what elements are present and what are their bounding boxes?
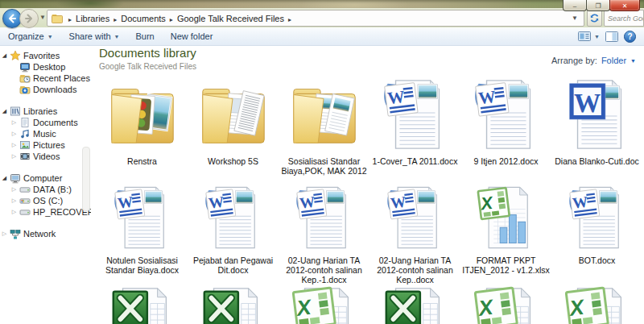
xls-classic-icon [378, 285, 453, 324]
preview-pane-button[interactable] [605, 31, 618, 42]
file-item[interactable]: X [551, 285, 642, 324]
file-item[interactable] [188, 285, 279, 324]
svg-text:W: W [571, 193, 588, 211]
burn-button[interactable]: Burn [128, 31, 163, 41]
sidebar-item-pictures[interactable]: ▷Pictures [0, 139, 91, 151]
sidebar-item-os-c[interactable]: ▷OS (C:) [0, 195, 91, 206]
file-item[interactable]: W02-Uang Harian TA 2012-contoh salinan K… [279, 184, 369, 285]
forward-button[interactable] [19, 9, 39, 28]
file-label: Sosialisasi Standar Biaya,POK, MAK 2012 [279, 156, 369, 176]
drive-icon [19, 184, 31, 195]
sidebar-item-music[interactable]: ▷Music [0, 128, 91, 139]
organize-button[interactable]: Organize▼ [0, 31, 61, 41]
sidebar-item-network[interactable]: ▷Network [0, 228, 91, 239]
search-box[interactable]: Search Goo... [604, 10, 644, 27]
desktop-icon [19, 61, 31, 73]
breadcrumb-item[interactable]: Libraries [74, 14, 111, 23]
sidebar-item-videos[interactable]: ▷Videos [0, 151, 91, 162]
tree-expander-icon[interactable]: ▷ [0, 231, 9, 237]
file-label: Workshop 5S [208, 156, 258, 166]
tree-expander-icon[interactable]: ◢ [0, 108, 9, 114]
tree-expander-icon[interactable]: ◢ [0, 175, 9, 181]
new-folder-button[interactable]: New folder [163, 31, 221, 41]
sidebar-scrollbar-thumb[interactable] [82, 147, 90, 211]
folder-item[interactable]: Workshop 5S [188, 77, 279, 184]
refresh-icon [589, 13, 600, 23]
videos-icon [19, 151, 31, 162]
folder-docs-icon [196, 77, 271, 152]
sidebar-item-label: Recent Places [31, 73, 90, 83]
breadcrumb-arrow-icon[interactable]: ▸ [66, 16, 74, 23]
file-item[interactable]: W9 Itjen 2012.docx [460, 77, 551, 184]
arrange-by-value[interactable]: Folder [601, 56, 626, 65]
file-item[interactable] [97, 285, 188, 324]
library-subtitle: Google Talk Received Files [99, 62, 196, 71]
chevron-down-icon[interactable]: ▼ [630, 58, 636, 64]
tree-expander-icon[interactable]: ▷ [10, 197, 19, 204]
file-item[interactable]: XFORMAT PKPT ITJEN_2012 - v1.2.xlsx [460, 184, 551, 285]
address-dropdown-icon[interactable]: ▼ [572, 15, 584, 22]
downloads-icon [19, 84, 31, 95]
sidebar-item-data-b[interactable]: ▷DATA (B:) [0, 184, 91, 195]
toolbar-right-group: ▼ ? [578, 31, 644, 43]
sidebar-item-recent-places[interactable]: Recent Places [0, 73, 91, 84]
share-with-button[interactable]: Share with▼ [61, 31, 128, 41]
address-bar[interactable]: ▸Libraries▸Documents▸Google Talk Receive… [47, 10, 584, 27]
help-button[interactable]: ? [624, 31, 636, 43]
file-label: 1-Cover_TA 2011.docx [373, 156, 458, 166]
file-item[interactable]: WDiana Blanko-Cuti.doc [551, 77, 642, 184]
file-item[interactable] [369, 285, 460, 324]
file-item[interactable]: X [279, 285, 369, 324]
file-label: Renstra [127, 156, 157, 166]
maximize-button[interactable]: ❐ [586, 0, 610, 11]
tree-expander-icon[interactable]: ▷ [10, 209, 19, 215]
refresh-button[interactable] [587, 10, 602, 27]
pictures-icon [19, 139, 31, 151]
caption-buttons: – ❐ ✕ [564, 0, 640, 11]
folder-item[interactable]: Sosialisasi Standar Biaya,POK, MAK 2012 [279, 77, 369, 184]
file-item[interactable]: W02-Uang Harian TA 2012-contoh salinan K… [369, 184, 460, 285]
star-icon [9, 50, 22, 61]
tree-expander-icon[interactable]: ▷ [10, 119, 19, 126]
folder-item[interactable]: Renstra [97, 77, 188, 184]
tree-expander-icon[interactable]: ▷ [10, 153, 19, 160]
sidebar-item-libraries[interactable]: ◢Libraries [0, 106, 91, 117]
sidebar-item-documents[interactable]: ▷Documents [0, 117, 91, 128]
close-button[interactable]: ✕ [609, 0, 640, 11]
sidebar-item-computer[interactable]: ◢Computer [0, 172, 91, 184]
xls-classic-icon [196, 285, 271, 324]
sidebar-item-desktop[interactable]: Desktop [0, 61, 91, 73]
breadcrumb-arrow-icon[interactable]: ▸ [167, 16, 175, 23]
file-item[interactable]: W1-Cover_TA 2011.docx [369, 77, 460, 184]
desktop-background [0, 0, 644, 8]
recent-icon [19, 73, 31, 84]
breadcrumb-arrow-icon[interactable]: ▸ [111, 16, 119, 23]
sidebar-section-gap [0, 95, 91, 106]
tree-expander-icon[interactable]: ▷ [10, 131, 19, 137]
main-area: ◢FavoritesDesktopRecent PlacesDownloads◢… [0, 46, 644, 324]
file-item[interactable]: WNotulen Sosialisasi Standar Biaya.docx [97, 184, 188, 285]
recent-pages-dropdown[interactable]: ▼ [39, 14, 46, 21]
sidebar-item-hp-recovery-d[interactable]: ▷HP_RECOVERY (D:) [0, 206, 91, 218]
sidebar-item-label: DATA (B:) [31, 185, 72, 194]
network-icon [9, 228, 22, 239]
tree-expander-icon[interactable]: ▷ [10, 186, 19, 193]
file-item[interactable]: WPejabat dan Pegawai Dit.docx [188, 184, 279, 285]
file-item[interactable]: X [460, 285, 551, 324]
breadcrumb-item[interactable]: Google Talk Received Files [175, 14, 286, 23]
breadcrumb-item[interactable]: Documents [119, 14, 167, 23]
minimize-button[interactable]: – [563, 0, 587, 11]
sidebar-item-downloads[interactable]: Downloads [0, 84, 91, 95]
sidebar-section-gap [0, 162, 91, 172]
xls-classic-icon [105, 285, 180, 324]
minimize-icon: – [573, 2, 576, 10]
breadcrumb-arrow-icon[interactable]: ▸ [286, 16, 294, 23]
tree-expander-icon[interactable]: ▷ [10, 142, 19, 148]
command-toolbar: Organize▼ Share with▼ Burn New folder ▼ [0, 27, 644, 46]
file-label: BOT.docx [579, 255, 616, 265]
change-view-button[interactable]: ▼ [578, 31, 600, 42]
sidebar-item-favorites[interactable]: ◢Favorites [0, 50, 91, 61]
file-item[interactable]: WBOT.docx [551, 184, 642, 285]
music-icon [19, 128, 31, 139]
tree-expander-icon[interactable]: ◢ [0, 52, 9, 59]
